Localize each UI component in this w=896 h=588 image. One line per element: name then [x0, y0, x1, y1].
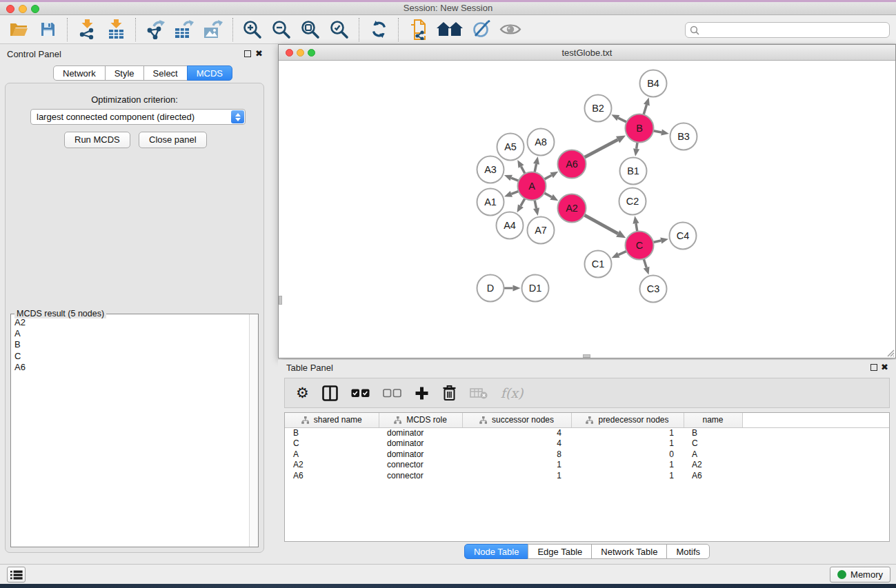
- hide-graphics-details-icon[interactable]: [470, 18, 493, 41]
- graph-edge-D-D1[interactable]: [504, 285, 521, 291]
- delete-columns-icon[interactable]: [442, 385, 457, 401]
- column-header-mcds-role[interactable]: MCDS role: [379, 413, 462, 427]
- graph-edge-A-A5[interactable]: [517, 160, 525, 174]
- graph-node-B3[interactable]: B3: [670, 123, 697, 150]
- graph-node-B1[interactable]: B1: [620, 158, 647, 185]
- table-settings-icon[interactable]: ⚙: [296, 386, 309, 401]
- tab-network-table[interactable]: Network Table: [591, 544, 667, 559]
- refresh-icon[interactable]: [367, 18, 390, 41]
- graph-node-B2[interactable]: B2: [585, 95, 612, 122]
- graph-node-C3[interactable]: C3: [640, 276, 667, 303]
- graph-edge-B-B1[interactable]: [633, 142, 639, 156]
- list-item[interactable]: B: [12, 339, 248, 350]
- graph-edge-B-B3[interactable]: [653, 129, 669, 135]
- split-panel-icon[interactable]: [322, 385, 338, 401]
- list-item[interactable]: A6: [12, 362, 248, 373]
- create-column-icon[interactable]: [415, 386, 429, 401]
- graph-edge-B-B2[interactable]: [611, 114, 626, 122]
- graph-node-A3[interactable]: A3: [477, 156, 504, 183]
- resize-grip-icon[interactable]: [886, 348, 895, 357]
- graph-node-A7[interactable]: A7: [528, 217, 555, 244]
- open-file-icon[interactable]: [7, 18, 30, 41]
- list-item[interactable]: C: [12, 351, 248, 362]
- graph-node-B4[interactable]: B4: [640, 70, 667, 97]
- unselect-all-columns-icon[interactable]: [383, 389, 401, 398]
- close-table-panel-icon[interactable]: ✖: [881, 363, 888, 372]
- criterion-select[interactable]: largest connected component (directed): [30, 109, 246, 125]
- graph-node-C1[interactable]: C1: [585, 251, 612, 278]
- tab-style[interactable]: Style: [105, 65, 144, 81]
- graph-edge-A-A7[interactable]: [533, 200, 539, 216]
- table-row[interactable]: A6connector11A6: [285, 471, 889, 482]
- search-box[interactable]: [685, 22, 890, 38]
- table-row[interactable]: Bdominator41B: [285, 427, 889, 438]
- delete-table-icon[interactable]: [470, 387, 488, 399]
- list-item[interactable]: A: [12, 328, 248, 339]
- canvas-horizontal-scroll-thumb[interactable]: [583, 354, 590, 358]
- run-mcds-button[interactable]: Run MCDS: [64, 132, 130, 148]
- zoom-in-icon[interactable]: [241, 18, 264, 41]
- graph-edge-A-A1[interactable]: [504, 191, 519, 197]
- tab-select[interactable]: Select: [143, 65, 188, 81]
- graph-node-A5[interactable]: A5: [497, 134, 524, 161]
- graph-edge-A-A6[interactable]: [544, 172, 558, 179]
- new-network-icon[interactable]: [406, 18, 430, 41]
- zoom-selected-icon[interactable]: [328, 18, 351, 41]
- column-header-successor-nodes[interactable]: successor nodes: [462, 413, 571, 427]
- column-header-predecessor-nodes[interactable]: predecessor nodes: [571, 413, 684, 427]
- list-item[interactable]: A2: [12, 317, 248, 328]
- graph-edge-A-A2[interactable]: [544, 193, 558, 201]
- graph-edge-C-C2[interactable]: [633, 216, 639, 232]
- graph-node-A2[interactable]: A2: [558, 194, 586, 223]
- graph-node-A8[interactable]: A8: [528, 129, 555, 156]
- table-row[interactable]: Adominator80A: [285, 449, 889, 460]
- tab-mcds[interactable]: MCDS: [187, 65, 232, 81]
- graph-node-A[interactable]: A: [518, 172, 546, 201]
- graph-edge-A-A4[interactable]: [517, 199, 525, 212]
- network-window-titlebar[interactable]: testGlobe.txt: [279, 45, 895, 61]
- graph-edge-C-C1[interactable]: [612, 251, 627, 258]
- column-header-shared-name[interactable]: shared name: [285, 413, 379, 427]
- graph-node-A1[interactable]: A1: [477, 189, 504, 216]
- close-panel-icon[interactable]: ✖: [255, 50, 263, 58]
- float-table-panel-icon[interactable]: [870, 364, 877, 371]
- graph-edge-C-C4[interactable]: [653, 238, 668, 244]
- graph-edge-A-A8[interactable]: [533, 156, 539, 172]
- memory-button[interactable]: Memory: [830, 567, 890, 582]
- select-all-columns-icon[interactable]: [351, 389, 370, 398]
- tab-node-table[interactable]: Node Table: [464, 544, 529, 559]
- graph-node-C2[interactable]: C2: [619, 188, 646, 215]
- export-table-icon[interactable]: [172, 18, 196, 41]
- graph-edge-C-C3[interactable]: [644, 259, 650, 275]
- eye-icon[interactable]: [499, 18, 522, 41]
- import-table-icon[interactable]: [104, 18, 128, 41]
- graph-edge-A-A3[interactable]: [504, 175, 519, 181]
- float-panel-icon[interactable]: [244, 50, 251, 57]
- canvas-vertical-scroll-thumb[interactable]: [279, 296, 282, 305]
- function-builder-icon[interactable]: f(x): [501, 385, 524, 401]
- tab-motifs[interactable]: Motifs: [666, 544, 710, 559]
- graph-edge-A2-C[interactable]: [584, 215, 626, 238]
- tab-edge-table[interactable]: Edge Table: [528, 544, 592, 559]
- close-panel-button[interactable]: Close panel: [139, 132, 207, 148]
- graph-edge-A6-B[interactable]: [584, 136, 626, 158]
- save-session-icon[interactable]: [36, 18, 59, 41]
- graph-node-D[interactable]: D: [477, 275, 504, 302]
- show-panels-button[interactable]: [7, 567, 26, 582]
- tab-network[interactable]: Network: [53, 65, 106, 81]
- import-network-icon[interactable]: [75, 18, 99, 41]
- graph-node-A4[interactable]: A4: [497, 212, 524, 239]
- search-input[interactable]: [702, 23, 889, 37]
- zoom-fit-icon[interactable]: [299, 18, 322, 41]
- column-header-name[interactable]: name: [684, 413, 742, 427]
- zoom-out-icon[interactable]: [270, 18, 293, 41]
- export-image-icon[interactable]: [201, 18, 225, 41]
- export-network-icon[interactable]: [143, 18, 167, 41]
- graph-node-C[interactable]: C: [626, 232, 654, 260]
- mcds-result-list[interactable]: A2 A B C A6: [12, 317, 248, 546]
- table-row[interactable]: A2connector11A2: [285, 460, 889, 471]
- table-row[interactable]: Cdominator41C: [285, 438, 889, 449]
- result-scrollbar[interactable]: [249, 314, 258, 547]
- graph-node-B[interactable]: B: [626, 114, 654, 143]
- graph-edge-B-B4[interactable]: [644, 98, 650, 115]
